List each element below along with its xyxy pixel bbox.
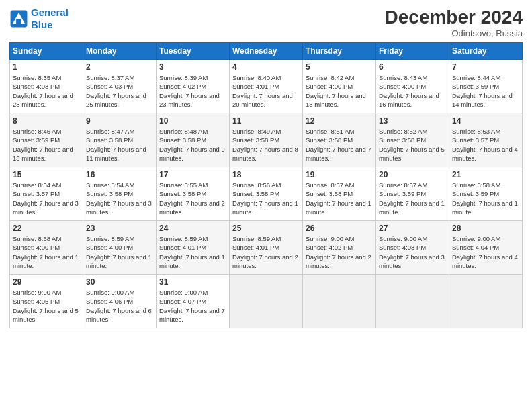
header-day: Friday xyxy=(376,43,449,60)
day-info: Sunrise: 8:57 AMSunset: 3:58 PMDaylight:… xyxy=(306,181,373,216)
header-day: Tuesday xyxy=(157,43,230,60)
day-number: 21 xyxy=(452,170,519,179)
day-info: Sunrise: 9:00 AMSunset: 4:07 PMDaylight:… xyxy=(159,288,226,324)
calendar-table: SundayMondayTuesdayWednesdayThursdayFrid… xyxy=(9,42,523,328)
day-number: 5 xyxy=(306,62,373,72)
calendar-day: 28 Sunrise: 9:00 AMSunset: 4:04 PMDaylig… xyxy=(449,221,523,275)
day-info: Sunrise: 8:59 AMSunset: 4:01 PMDaylight:… xyxy=(232,234,300,270)
day-number: 4 xyxy=(232,62,300,72)
calendar-day: 1 Sunrise: 8:35 AMSunset: 4:03 PMDayligh… xyxy=(10,60,83,113)
day-info: Sunrise: 8:59 AMSunset: 4:01 PMDaylight:… xyxy=(159,234,226,270)
day-info: Sunrise: 8:53 AMSunset: 3:57 PMDaylight:… xyxy=(452,127,519,163)
month-title: December 2024 xyxy=(385,7,523,28)
day-info: Sunrise: 9:00 AMSunset: 4:03 PMDaylight:… xyxy=(379,234,446,270)
header-day: Thursday xyxy=(303,43,376,60)
day-number: 19 xyxy=(306,170,373,179)
calendar-day: 3 Sunrise: 8:39 AMSunset: 4:02 PMDayligh… xyxy=(157,60,230,113)
day-number: 14 xyxy=(452,116,519,126)
day-info: Sunrise: 8:52 AMSunset: 3:58 PMDaylight:… xyxy=(379,127,446,163)
day-info: Sunrise: 9:00 AMSunset: 4:05 PMDaylight:… xyxy=(13,288,80,324)
logo-line1: General xyxy=(31,7,69,18)
calendar-day xyxy=(230,275,303,328)
day-number: 22 xyxy=(13,224,80,233)
day-info: Sunrise: 8:56 AMSunset: 3:58 PMDaylight:… xyxy=(232,181,300,216)
day-number: 1 xyxy=(13,62,80,72)
calendar-week: 8 Sunrise: 8:46 AMSunset: 3:59 PMDayligh… xyxy=(10,113,523,167)
day-info: Sunrise: 8:58 AMSunset: 3:59 PMDaylight:… xyxy=(452,181,519,216)
day-number: 13 xyxy=(379,116,446,126)
calendar-day: 14 Sunrise: 8:53 AMSunset: 3:57 PMDaylig… xyxy=(449,113,523,167)
calendar-day: 19 Sunrise: 8:57 AMSunset: 3:58 PMDaylig… xyxy=(303,167,376,221)
day-info: Sunrise: 8:48 AMSunset: 3:58 PMDaylight:… xyxy=(159,127,226,163)
day-number: 16 xyxy=(86,170,153,179)
header-day: Sunday xyxy=(10,43,83,60)
day-number: 25 xyxy=(232,224,300,233)
logo: General Blue xyxy=(9,7,69,31)
day-info: Sunrise: 9:00 AMSunset: 4:04 PMDaylight:… xyxy=(452,234,519,270)
day-info: Sunrise: 8:54 AMSunset: 3:58 PMDaylight:… xyxy=(86,181,153,216)
calendar-day: 18 Sunrise: 8:56 AMSunset: 3:58 PMDaylig… xyxy=(230,167,303,221)
title-block: December 2024 Odintsovo, Russia xyxy=(385,7,523,38)
day-info: Sunrise: 8:46 AMSunset: 3:59 PMDaylight:… xyxy=(13,127,80,163)
logo-icon xyxy=(9,9,28,28)
calendar-day: 30 Sunrise: 9:00 AMSunset: 4:06 PMDaylig… xyxy=(83,275,157,328)
page-container: General Blue December 2024 Odintsovo, Ru… xyxy=(0,0,532,335)
day-number: 11 xyxy=(232,116,300,126)
day-number: 7 xyxy=(452,62,519,72)
calendar-day: 15 Sunrise: 8:54 AMSunset: 3:57 PMDaylig… xyxy=(10,167,83,221)
day-number: 9 xyxy=(86,116,153,126)
svg-rect-2 xyxy=(16,19,21,24)
day-number: 8 xyxy=(13,116,80,126)
location: Odintsovo, Russia xyxy=(385,28,523,38)
day-info: Sunrise: 8:40 AMSunset: 4:01 PMDaylight:… xyxy=(232,73,300,109)
calendar-week: 29 Sunrise: 9:00 AMSunset: 4:05 PMDaylig… xyxy=(10,275,523,328)
calendar-day: 20 Sunrise: 8:57 AMSunset: 3:59 PMDaylig… xyxy=(376,167,449,221)
calendar-week: 22 Sunrise: 8:58 AMSunset: 4:00 PMDaylig… xyxy=(10,221,523,275)
calendar-day: 7 Sunrise: 8:44 AMSunset: 3:59 PMDayligh… xyxy=(449,60,523,113)
header-day: Monday xyxy=(83,43,157,60)
day-number: 26 xyxy=(306,224,373,233)
calendar-day: 11 Sunrise: 8:49 AMSunset: 3:58 PMDaylig… xyxy=(230,113,303,167)
day-number: 31 xyxy=(159,277,226,287)
calendar-day: 22 Sunrise: 8:58 AMSunset: 4:00 PMDaylig… xyxy=(10,221,83,275)
day-number: 24 xyxy=(159,224,226,233)
calendar-day: 8 Sunrise: 8:46 AMSunset: 3:59 PMDayligh… xyxy=(10,113,83,167)
day-info: Sunrise: 8:55 AMSunset: 3:58 PMDaylight:… xyxy=(159,181,226,216)
calendar-day: 12 Sunrise: 8:51 AMSunset: 3:58 PMDaylig… xyxy=(303,113,376,167)
logo-line2: Blue xyxy=(31,19,53,30)
calendar-day xyxy=(449,275,523,328)
calendar-day: 6 Sunrise: 8:43 AMSunset: 4:00 PMDayligh… xyxy=(376,60,449,113)
day-number: 17 xyxy=(159,170,226,179)
day-number: 15 xyxy=(13,170,80,179)
day-number: 3 xyxy=(159,62,226,72)
header: General Blue December 2024 Odintsovo, Ru… xyxy=(9,7,523,38)
day-number: 23 xyxy=(86,224,153,233)
calendar-day: 26 Sunrise: 9:00 AMSunset: 4:02 PMDaylig… xyxy=(303,221,376,275)
calendar-day xyxy=(376,275,449,328)
day-info: Sunrise: 8:42 AMSunset: 4:00 PMDaylight:… xyxy=(306,73,373,109)
calendar-day: 2 Sunrise: 8:37 AMSunset: 4:03 PMDayligh… xyxy=(83,60,157,113)
calendar-day: 9 Sunrise: 8:47 AMSunset: 3:58 PMDayligh… xyxy=(83,113,157,167)
day-info: Sunrise: 8:47 AMSunset: 3:58 PMDaylight:… xyxy=(86,127,153,163)
day-info: Sunrise: 8:51 AMSunset: 3:58 PMDaylight:… xyxy=(306,127,373,163)
calendar-day: 23 Sunrise: 8:59 AMSunset: 4:00 PMDaylig… xyxy=(83,221,157,275)
day-info: Sunrise: 8:35 AMSunset: 4:03 PMDaylight:… xyxy=(13,73,80,109)
day-info: Sunrise: 8:37 AMSunset: 4:03 PMDaylight:… xyxy=(86,73,153,109)
day-number: 2 xyxy=(86,62,153,72)
calendar-day: 17 Sunrise: 8:55 AMSunset: 3:58 PMDaylig… xyxy=(157,167,230,221)
day-info: Sunrise: 8:39 AMSunset: 4:02 PMDaylight:… xyxy=(159,73,226,109)
day-info: Sunrise: 8:58 AMSunset: 4:00 PMDaylight:… xyxy=(13,234,80,270)
day-number: 18 xyxy=(232,170,300,179)
calendar-day: 27 Sunrise: 9:00 AMSunset: 4:03 PMDaylig… xyxy=(376,221,449,275)
day-info: Sunrise: 9:00 AMSunset: 4:02 PMDaylight:… xyxy=(306,234,373,270)
calendar-day: 13 Sunrise: 8:52 AMSunset: 3:58 PMDaylig… xyxy=(376,113,449,167)
day-number: 10 xyxy=(159,116,226,126)
day-info: Sunrise: 9:00 AMSunset: 4:06 PMDaylight:… xyxy=(86,288,153,324)
day-info: Sunrise: 8:54 AMSunset: 3:57 PMDaylight:… xyxy=(13,181,80,216)
calendar-day: 21 Sunrise: 8:58 AMSunset: 3:59 PMDaylig… xyxy=(449,167,523,221)
day-number: 28 xyxy=(452,224,519,233)
calendar-day: 31 Sunrise: 9:00 AMSunset: 4:07 PMDaylig… xyxy=(157,275,230,328)
calendar-day: 25 Sunrise: 8:59 AMSunset: 4:01 PMDaylig… xyxy=(230,221,303,275)
calendar-day: 5 Sunrise: 8:42 AMSunset: 4:00 PMDayligh… xyxy=(303,60,376,113)
calendar-day: 16 Sunrise: 8:54 AMSunset: 3:58 PMDaylig… xyxy=(83,167,157,221)
